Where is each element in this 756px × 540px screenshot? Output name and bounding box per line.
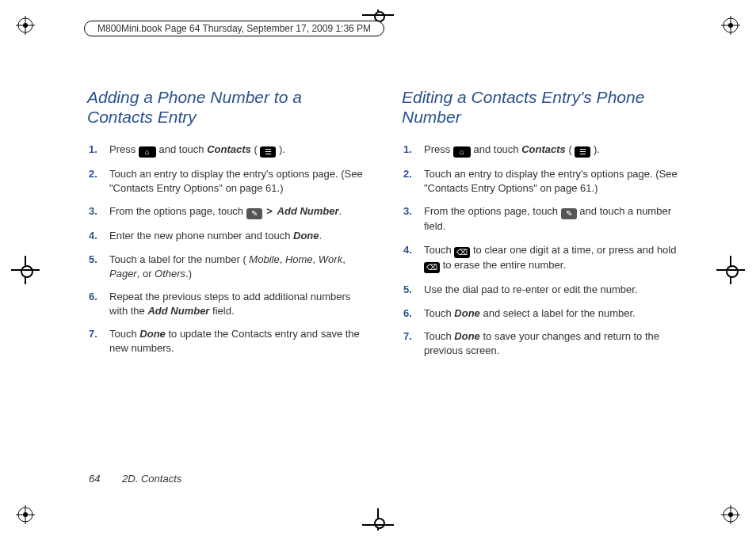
step-4: Touch ⌫ to clear one digit at a time, or…: [419, 243, 685, 273]
edit-pencil-icon: ✎: [561, 208, 577, 219]
step-2: Touch an entry to display the entry's op…: [419, 167, 685, 195]
step-1: Press ⌂ and touch Contacts ( ☰ ).: [105, 143, 370, 158]
step-5: Use the dial pad to re-enter or edit the…: [419, 283, 685, 297]
right-column: Editing a Contacts Entry's Phone Number …: [402, 87, 685, 477]
home-key-icon: ⌂: [453, 146, 471, 158]
step-2: Touch an entry to display the entry's op…: [105, 167, 370, 195]
registration-mark-left-icon: [11, 256, 40, 284]
step-1: Press ⌂ and touch Contacts ( ☰ ).: [419, 143, 685, 158]
contacts-icon: ☰: [575, 146, 590, 158]
crop-mark-bottom-right-icon: [721, 505, 740, 524]
section-label: 2D. Contacts: [122, 473, 181, 485]
backspace-icon: ⌫: [454, 247, 470, 258]
page-footer: 64 2D. Contacts: [89, 473, 181, 485]
chevron-right-icon: >: [265, 205, 274, 217]
section-heading-edit-number: Editing a Contacts Entry's Phone Number: [402, 87, 685, 127]
backspace-icon: ⌫: [424, 262, 440, 273]
step-5: Touch a label for the number ( Mobile, H…: [105, 253, 370, 280]
home-key-icon: ⌂: [139, 146, 156, 158]
step-7: Touch Done to save your changes and retu…: [419, 329, 685, 357]
edit-pencil-icon: ✎: [246, 208, 262, 219]
step-6: Repeat the previous steps to add additio…: [105, 290, 370, 318]
step-7: Touch Done to update the Contacts entry …: [105, 327, 370, 355]
section-heading-add-number: Adding a Phone Number to a Contacts Entr…: [87, 87, 370, 127]
step-4: Enter the new phone number and touch Don…: [105, 229, 370, 243]
document-header: M800Mini.book Page 64 Thursday, Septembe…: [84, 21, 384, 36]
step-3: From the options page, touch ✎ and touch…: [419, 204, 685, 234]
registration-mark-right-icon: [716, 256, 745, 284]
left-column: Adding a Phone Number to a Contacts Entr…: [87, 87, 370, 477]
registration-mark-bottom-icon: [362, 508, 394, 530]
page-number: 64: [89, 473, 100, 485]
crop-mark-top-left-icon: [16, 16, 35, 35]
step-6: Touch Done and select a label for the nu…: [419, 306, 685, 321]
crop-mark-top-right-icon: [721, 16, 740, 35]
crop-mark-bottom-left-icon: [16, 505, 35, 524]
contacts-icon: ☰: [260, 146, 276, 158]
step-3: From the options page, touch ✎ > Add Num…: [105, 204, 370, 219]
